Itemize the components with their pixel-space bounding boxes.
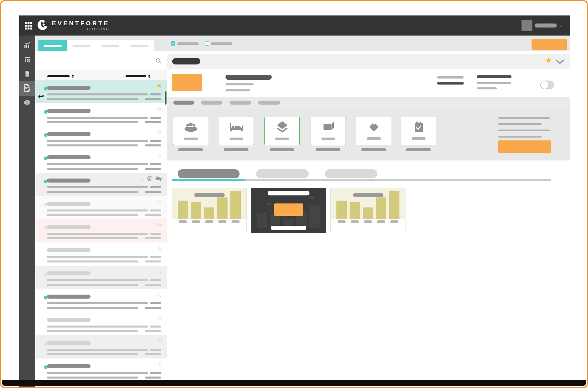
item-line — [47, 144, 138, 146]
star-outline-icon[interactable]: ☆ — [156, 338, 162, 344]
search-icon[interactable] — [156, 58, 162, 65]
list-item[interactable]: ☆ — [35, 312, 167, 335]
user-menu[interactable]: ⌄ — [522, 15, 563, 36]
document-icon — [24, 70, 31, 78]
content-tab-1[interactable] — [178, 169, 240, 178]
tab-label-bar — [101, 45, 119, 47]
list-tab-3[interactable] — [96, 40, 125, 51]
item-value-bar — [145, 214, 161, 216]
star-outline-icon[interactable]: ☆ — [156, 199, 162, 205]
list-item[interactable]: ☆ — [35, 289, 167, 312]
breadcrumb — [167, 97, 570, 109]
star-outline-icon[interactable]: ☆ — [156, 245, 162, 252]
item-line — [47, 233, 148, 235]
user-slash-icon[interactable] — [147, 176, 153, 183]
list-item[interactable]: ☆ — [35, 335, 167, 358]
list-tab-1[interactable] — [38, 40, 67, 51]
list-item[interactable]: ☆ — [35, 242, 167, 266]
app-grid-icon[interactable] — [25, 22, 32, 29]
star-outline-icon[interactable]: ☆ — [156, 315, 162, 321]
sidebar-item-documents[interactable] — [19, 67, 35, 81]
card-caption-bar — [270, 148, 294, 151]
star-filled-icon[interactable]: ★ — [156, 83, 162, 89]
checkbox-checked[interactable]: ✓ — [171, 41, 175, 46]
top-bar: EVENTFORTE BOOKING ⌄ — [19, 15, 570, 36]
chart-thumbnail[interactable] — [330, 188, 405, 233]
chart-thumbnail[interactable] — [172, 188, 247, 233]
list-scrollbar[interactable] — [165, 91, 166, 105]
search-row[interactable] — [35, 51, 167, 71]
booking-list: ★ ↩ ☆ ☆ ☆ ☆ — [35, 80, 167, 388]
chevron-down-icon[interactable] — [555, 59, 565, 65]
sort-icon[interactable] — [72, 75, 74, 78]
bar — [350, 202, 360, 219]
list-item[interactable]: ☆ — [35, 358, 167, 382]
star-outline-icon[interactable]: ☆ — [156, 106, 162, 112]
content-tab-2[interactable] — [256, 169, 309, 178]
sort-column-2[interactable] — [126, 75, 150, 78]
bar-chart — [172, 188, 246, 219]
status-toggle[interactable] — [540, 81, 554, 89]
breadcrumb-pill-4[interactable] — [258, 101, 280, 105]
column-label-bar — [47, 75, 70, 77]
item-line — [47, 98, 138, 100]
chart-thumbnail-hovered[interactable]: 200 400 $ — [251, 188, 326, 233]
item-title-bar — [47, 295, 91, 299]
overlay-action-button[interactable] — [274, 203, 303, 216]
list-item[interactable]: ☆ — [35, 173, 167, 196]
tab-label-bar — [72, 45, 90, 47]
list-item[interactable]: ★ ↩ — [35, 80, 167, 103]
sidebar-item-calendar[interactable] — [19, 53, 35, 67]
category-card-layers[interactable] — [264, 117, 300, 145]
layers-icon — [276, 117, 289, 138]
list-item[interactable]: ☆ — [35, 150, 167, 173]
venue-thumbnail[interactable] — [172, 74, 202, 91]
item-title-bar — [47, 86, 91, 90]
primary-action-button[interactable] — [532, 39, 567, 50]
list-item[interactable]: ☆ — [35, 219, 167, 242]
sidebar-item-analytics[interactable] — [19, 38, 35, 53]
card-label-bar — [367, 137, 381, 140]
breadcrumb-pill-1[interactable] — [173, 101, 194, 105]
sidebar-item-packages[interactable] — [19, 96, 35, 110]
sort-column-1[interactable] — [47, 75, 74, 78]
list-item[interactable]: ☆ — [35, 266, 167, 289]
category-card-tag[interactable] — [356, 117, 391, 145]
star-outline-icon[interactable]: ☆ — [156, 269, 162, 275]
star-filled-icon[interactable]: ★ — [545, 56, 552, 64]
star-outline-icon[interactable]: ☆ — [156, 361, 162, 368]
star-outline-icon[interactable]: ☆ — [156, 129, 162, 136]
content-tab-3[interactable] — [325, 169, 377, 178]
eye-slash-icon[interactable] — [155, 176, 162, 183]
list-item[interactable]: ☆ — [35, 103, 167, 126]
category-card-bed[interactable] — [219, 117, 254, 145]
star-outline-icon[interactable]: ☆ — [156, 222, 162, 228]
star-outline-icon[interactable]: ☆ — [156, 292, 162, 298]
breadcrumb-pill-2[interactable] — [201, 101, 222, 105]
item-line — [47, 93, 148, 95]
list-item[interactable]: ☆ — [35, 196, 167, 219]
list-item[interactable]: ☆ — [35, 126, 167, 150]
tag-icon — [368, 117, 380, 137]
star-outline-icon[interactable]: ☆ — [156, 152, 162, 159]
star-outline-icon[interactable]: ☆ — [139, 176, 145, 182]
item-value-bar — [150, 163, 161, 165]
brand-logo[interactable]: EVENTFORTE BOOKING — [36, 18, 109, 33]
card-label-bar — [184, 138, 198, 140]
rfp-edit-icon: RFP — [23, 84, 31, 93]
list-tab-2[interactable] — [67, 40, 96, 51]
sort-icon[interactable] — [148, 75, 150, 78]
item-line — [47, 214, 138, 216]
sidebar-item-rfp[interactable]: RFP — [19, 81, 35, 96]
category-card-clipboard-check[interactable] — [401, 117, 436, 145]
breadcrumb-pill-3[interactable] — [230, 101, 251, 105]
item-line — [47, 163, 148, 165]
checkbox-unchecked[interactable] — [205, 41, 209, 46]
list-tab-4[interactable] — [125, 40, 154, 51]
category-card-attendees[interactable] — [173, 117, 208, 145]
item-value-bar — [150, 256, 161, 258]
section-action-button[interactable] — [498, 140, 551, 153]
category-card-photos[interactable] — [311, 117, 346, 145]
item-line — [47, 186, 148, 188]
item-line — [47, 284, 138, 286]
